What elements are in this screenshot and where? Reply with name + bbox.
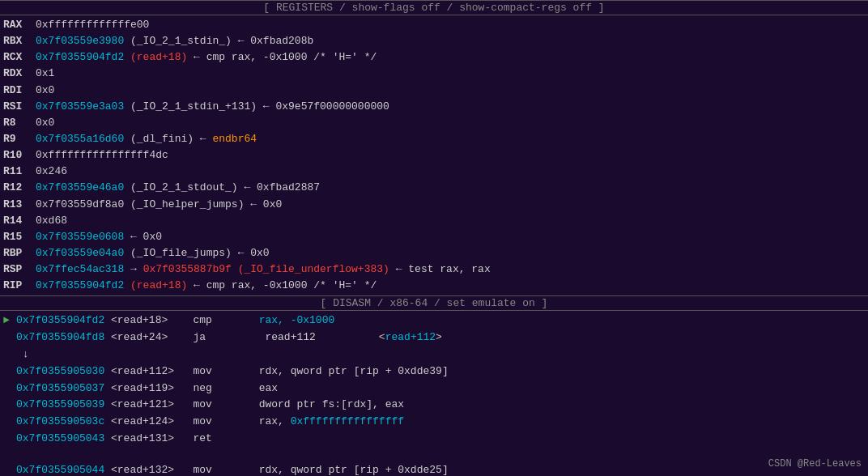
- reg-r14: R14 0xd68: [3, 213, 865, 229]
- disasm-header: [ DISASM / x86-64 / set emulate on ]: [0, 295, 868, 311]
- reg-rdi: RDI 0x0: [3, 83, 865, 99]
- reg-r9: R9 0x7f0355a16d60 (_dl_fini) ← endbr64: [3, 131, 865, 147]
- reg-r10: R10 0xffffffffffffffff4dc: [3, 147, 865, 164]
- disasm-line-2: 0x7f0355905030 <read+112> mov rdx, qword…: [3, 363, 865, 380]
- disasm-line-1: 0x7f0355904fd8 <read+24> ja read+112 <re…: [3, 329, 865, 346]
- disasm-line-6: 0x7f0355905043 <read+131> ret: [3, 431, 865, 448]
- reg-r8: R8 0x0: [3, 115, 865, 131]
- disasm-line-7: 0x7f0355905044 <read+132> mov rdx, qword…: [3, 462, 865, 476]
- disasm-line-3: 0x7f0355905037 <read+119> neg eax: [3, 380, 865, 397]
- reg-rdx: RDX 0x1: [3, 66, 865, 82]
- reg-r11: R11 0x246: [3, 164, 865, 180]
- reg-rsi: RSI 0x7f03559e3a03 (_IO_2_1_stdin_+131) …: [3, 99, 865, 115]
- disasm-section: ► 0x7f0355904fd2 <read+18> cmp rax, -0x1…: [0, 311, 868, 476]
- disasm-line-0: ► 0x7f0355904fd2 <read+18> cmp rax, -0x1…: [3, 312, 865, 329]
- reg-rbx: RBX 0x7f03559e3980 (_IO_2_1_stdin_) ← 0x…: [3, 33, 865, 49]
- registers-section: RAX 0xfffffffffffffe00 RBX 0x7f03559e398…: [0, 15, 868, 295]
- disasm-line-4: 0x7f0355905039 <read+121> mov dword ptr …: [3, 397, 865, 414]
- reg-r15: R15 0x7f03559e0608 ← 0x0: [3, 229, 865, 245]
- registers-header: [ REGISTERS / show-flags off / show-comp…: [0, 0, 868, 15]
- disasm-blank: [3, 448, 865, 462]
- reg-r12: R12 0x7f03559e46a0 (_IO_2_1_stdout_) ← 0…: [3, 180, 865, 196]
- reg-rax: RAX 0xfffffffffffffe00: [3, 17, 865, 33]
- disasm-line-5: 0x7f035590503c <read+124> mov rax, 0xfff…: [3, 414, 865, 431]
- reg-rip: RIP 0x7f0355904fd2 (read+18) ← cmp rax, …: [3, 278, 865, 294]
- disasm-line-down: ↓: [3, 346, 865, 363]
- watermark: CSDN @Red-Leaves: [768, 458, 862, 470]
- reg-rsp: RSP 0x7ffec54ac318 → 0x7f0355887b9f (_IO…: [3, 261, 865, 278]
- reg-rbp: RBP 0x7f03559e04a0 (_IO_file_jumps) ← 0x…: [3, 245, 865, 261]
- reg-r13: R13 0x7f03559df8a0 (_IO_helper_jumps) ← …: [3, 197, 865, 213]
- reg-rcx: RCX 0x7f0355904fd2 (read+18) ← cmp rax, …: [3, 49, 865, 66]
